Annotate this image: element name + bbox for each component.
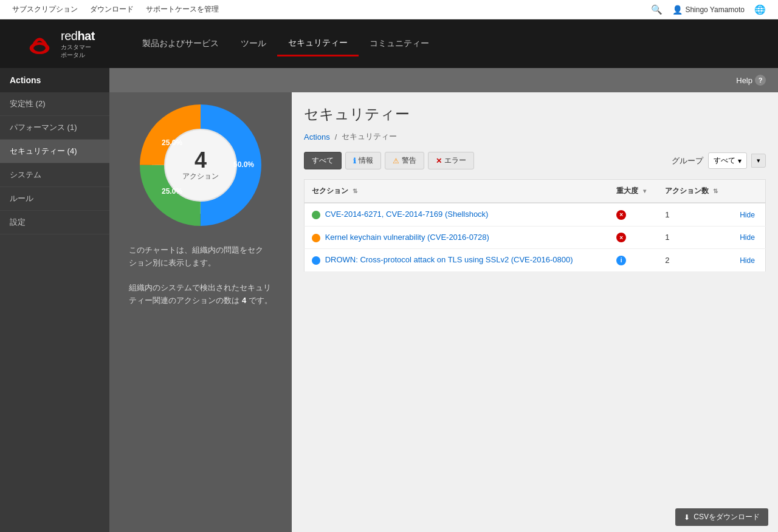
redhat-logo xyxy=(24,30,55,57)
help-button[interactable]: Help ? xyxy=(736,75,766,86)
topbar-support[interactable]: サポートケースを管理 xyxy=(146,4,219,15)
portal-label: カスタマー ポータル xyxy=(61,43,95,59)
col-severity[interactable]: 重大度 ▾ xyxy=(609,180,658,203)
group-select-extra[interactable]: ▾ xyxy=(751,154,766,168)
table-header-row: セクション ⇅ 重大度 ▾ アクション数 ⇅ xyxy=(305,180,766,203)
nav-tools[interactable]: ツール xyxy=(230,32,277,55)
row1-severity: × xyxy=(609,203,658,226)
donut-number: 4 xyxy=(182,149,219,171)
page-title: セキュリティー xyxy=(304,104,766,124)
logo-brand: redhat xyxy=(61,29,95,43)
col-hide xyxy=(732,180,765,203)
main-nav: 製品およびサービス ツール セキュリティー コミュニティー xyxy=(131,32,440,56)
sidebar-item-system[interactable]: システム xyxy=(0,163,109,187)
top-bar-nav: サブスクリプション ダウンロード サポートケースを管理 xyxy=(12,4,219,15)
chart-panel: 25.0% 25.0% 50.0% 4 アクション このチャートは、組織内の問題… xyxy=(109,92,292,532)
warning-icon: ⚠ xyxy=(393,157,399,165)
sidebar-item-performance[interactable]: パフォーマンス (1) xyxy=(0,116,109,140)
topbar-subscriptions[interactable]: サブスクリプション xyxy=(12,4,78,15)
group-select[interactable]: すべて ▾ xyxy=(708,152,747,169)
row2-count: 1 xyxy=(658,226,732,249)
row2-section: Kernel keychain vulnerability (CVE-2016-… xyxy=(305,226,610,249)
sort-icon-actions: ⇅ xyxy=(713,188,718,194)
col-section[interactable]: セクション ⇅ xyxy=(305,180,610,203)
chart-description: このチャートは、組織内の問題をセクション別に表示します。 組織内のシステムで検出… xyxy=(129,244,272,307)
group-label: グループ xyxy=(672,155,703,166)
filter-all[interactable]: すべて xyxy=(304,152,342,169)
logo-area: redhat カスタマー ポータル xyxy=(24,29,95,59)
row1-hide: Hide xyxy=(732,203,765,226)
chart-label-orange: 25.0% xyxy=(162,187,182,196)
logo-text-area: redhat カスタマー ポータル xyxy=(61,29,95,59)
sort-icon-severity: ▾ xyxy=(643,188,646,194)
error-icon: ✕ xyxy=(436,157,442,165)
data-table: セクション ⇅ 重大度 ▾ アクション数 ⇅ xyxy=(304,179,766,272)
breadcrumb-separator: / xyxy=(335,132,337,142)
csv-area: ⬇ CSVをダウンロード xyxy=(675,508,768,526)
row1-hide-link[interactable]: Hide xyxy=(740,211,755,219)
breadcrumb-current: セキュリティー xyxy=(342,131,397,142)
right-panel: セキュリティー Actions / セキュリティー すべて ℹ 情報 ⚠ xyxy=(292,92,778,532)
filter-buttons: すべて ℹ 情報 ⚠ 警告 ✕ エラー xyxy=(304,152,474,169)
content-body: 25.0% 25.0% 50.0% 4 アクション このチャートは、組織内の問題… xyxy=(109,92,778,532)
nav-products[interactable]: 製品およびサービス xyxy=(131,32,230,55)
chart-label-green: 25.0% xyxy=(162,138,182,147)
sidebar-item-security[interactable]: セキュリティー (4) xyxy=(0,140,109,163)
severity-error-icon: × xyxy=(616,233,626,242)
donut-center: 4 アクション xyxy=(182,149,219,182)
status-icon-blue xyxy=(312,256,320,265)
filter-warning[interactable]: ⚠ 警告 xyxy=(385,152,424,169)
sidebar-item-settings[interactable]: 設定 xyxy=(0,211,109,234)
row3-section: DROWN: Cross-protocol attack on TLS usin… xyxy=(305,249,610,272)
sidebar-item-rules[interactable]: ルール xyxy=(0,187,109,211)
row2-hide: Hide xyxy=(732,226,765,249)
help-label: Help xyxy=(736,76,752,85)
user-name[interactable]: 👤 Shingo Yamamoto xyxy=(672,5,745,15)
table-row: CVE-2014-6271, CVE-2014-7169 (Shellshock… xyxy=(305,203,766,226)
top-bar-user-area: 🔍 👤 Shingo Yamamoto 🌐 xyxy=(651,4,766,15)
main-content: Help ? xyxy=(109,68,778,532)
status-icon-green xyxy=(312,211,320,219)
breadcrumb: Actions / セキュリティー xyxy=(304,131,766,142)
filter-bar: すべて ℹ 情報 ⚠ 警告 ✕ エラー xyxy=(304,152,766,169)
csv-download-button[interactable]: ⬇ CSVをダウンロード xyxy=(675,508,768,526)
row3-hide: Hide xyxy=(732,249,765,272)
row3-hide-link[interactable]: Hide xyxy=(740,256,755,265)
status-icon-orange xyxy=(312,234,320,242)
nav-community[interactable]: コミュニティー xyxy=(359,32,440,55)
row3-count: 2 xyxy=(658,249,732,272)
group-area: グループ すべて ▾ ▾ xyxy=(672,152,766,169)
content-wrapper: Actions 安定性 (2) パフォーマンス (1) セキュリティー (4) … xyxy=(0,68,778,532)
row3-severity: i xyxy=(609,249,658,272)
severity-error-icon: × xyxy=(616,210,626,220)
table-row: DROWN: Cross-protocol attack on TLS usin… xyxy=(305,249,766,272)
chart-label-blue: 50.0% xyxy=(233,160,254,169)
severity-info-icon: i xyxy=(616,256,626,265)
header: redhat カスタマー ポータル 製品およびサービス ツール セキュリティー … xyxy=(0,19,778,68)
row2-severity: × xyxy=(609,226,658,249)
sort-icon-section: ⇅ xyxy=(353,188,357,194)
download-icon: ⬇ xyxy=(684,513,690,522)
search-icon[interactable]: 🔍 xyxy=(651,4,663,15)
sidebar-item-stability[interactable]: 安定性 (2) xyxy=(0,92,109,116)
donut-action-label: アクション xyxy=(182,171,219,182)
row2-hide-link[interactable]: Hide xyxy=(740,233,755,242)
help-icon: ? xyxy=(755,75,766,86)
donut-chart: 25.0% 25.0% 50.0% 4 アクション xyxy=(140,104,261,226)
row1-section: CVE-2014-6271, CVE-2014-7169 (Shellshock… xyxy=(305,203,610,226)
filter-error[interactable]: ✕ エラー xyxy=(428,152,474,169)
sidebar-title: Actions xyxy=(0,68,109,92)
nav-security[interactable]: セキュリティー xyxy=(277,32,359,56)
col-actions[interactable]: アクション数 ⇅ xyxy=(658,180,732,203)
top-bar: サブスクリプション ダウンロード サポートケースを管理 🔍 👤 Shingo Y… xyxy=(0,0,778,19)
row1-count: 1 xyxy=(658,203,732,226)
user-icon: 👤 xyxy=(672,5,683,15)
topbar-downloads[interactable]: ダウンロード xyxy=(90,4,134,15)
info-icon: ℹ xyxy=(353,157,356,165)
help-bar: Help ? xyxy=(109,68,778,92)
filter-info[interactable]: ℹ 情報 xyxy=(345,152,381,169)
svg-point-1 xyxy=(33,45,46,52)
globe-icon[interactable]: 🌐 xyxy=(754,4,766,15)
breadcrumb-actions-link[interactable]: Actions xyxy=(304,132,330,142)
chevron-down-icon: ▾ xyxy=(738,157,742,165)
